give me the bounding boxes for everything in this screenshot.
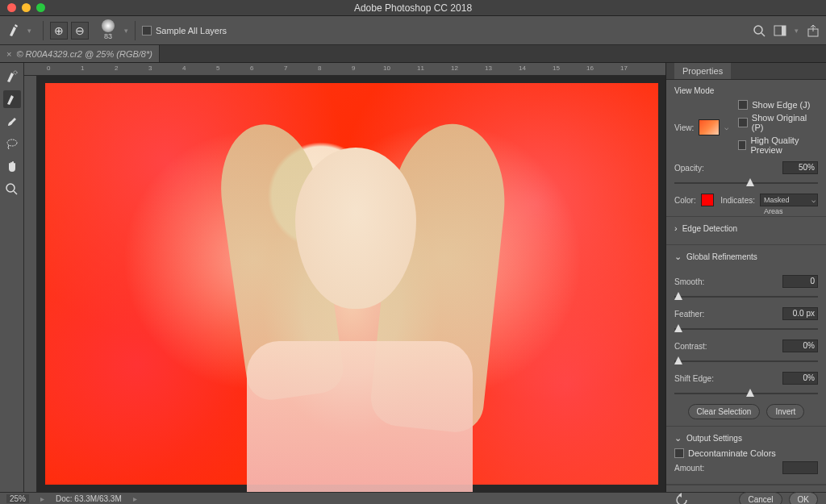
brush-dot-icon — [102, 19, 115, 32]
feather-label: Feather: — [674, 310, 704, 319]
minimize-window-icon[interactable] — [22, 3, 31, 12]
window-titlebar: Adobe Photoshop CC 2018 — [0, 0, 826, 16]
panel-tab-bar: Properties — [666, 63, 826, 80]
document-tab-label: © R00A4329.cr2 @ 25% (RGB/8*) — [16, 49, 152, 59]
add-to-selection-button[interactable]: ⊕ — [50, 22, 68, 40]
horizontal-ruler: 01234567891011121314151617 — [24, 63, 665, 76]
shift-edge-slider[interactable] — [674, 388, 818, 399]
current-tool-icon[interactable] — [6, 23, 23, 39]
sample-all-layers-checkbox[interactable]: Sample All Layers — [142, 26, 227, 35]
brush-chevron-icon[interactable]: ▾ — [124, 27, 128, 35]
search-icon[interactable] — [753, 24, 766, 37]
indicates-dropdown[interactable]: Masked Areas — [760, 194, 818, 206]
shift-edge-label: Shift Edge: — [674, 374, 714, 383]
clear-selection-button[interactable]: Clear Selection — [688, 404, 761, 419]
quick-select-tool[interactable] — [3, 68, 21, 85]
color-label: Color: — [674, 196, 696, 205]
view-dropdown-chevron-icon[interactable]: ⌵ — [724, 123, 728, 131]
view-mode-heading: View Mode — [674, 86, 818, 95]
svg-point-7 — [6, 184, 15, 192]
document-tab-bar: × © R00A4329.cr2 @ 25% (RGB/8*) — [0, 45, 826, 63]
svg-point-0 — [754, 26, 762, 34]
app-title: Adobe Photoshop CC 2018 — [354, 2, 472, 14]
svg-point-6 — [7, 140, 17, 146]
edge-detection-heading: Edge Detection — [674, 223, 818, 233]
svg-point-5 — [14, 71, 17, 74]
invert-button[interactable]: Invert — [766, 404, 804, 419]
tool-chevron-icon[interactable]: ▾ — [27, 27, 31, 35]
vertical-ruler — [24, 76, 37, 492]
svg-line-8 — [14, 191, 17, 194]
output-settings-section: Output Settings Decontaminate Colors Amo… — [666, 427, 826, 485]
contrast-slider[interactable] — [674, 356, 818, 367]
options-bar: ▾ ⊕ ⊖ 83 ▾ Sample All Layers ▾ — [0, 16, 826, 45]
properties-panel: Properties View Mode View: ⌵ Show Edge (… — [665, 63, 826, 492]
document-image — [45, 83, 658, 485]
close-window-icon[interactable] — [7, 3, 16, 12]
share-icon[interactable] — [807, 24, 820, 37]
smooth-slider[interactable] — [674, 291, 818, 302]
document-tab[interactable]: × © R00A4329.cr2 @ 25% (RGB/8*) — [0, 45, 160, 62]
amount-value — [782, 461, 818, 474]
contrast-label: Contrast: — [674, 342, 707, 351]
canvas-area: 01234567891011121314151617 — [24, 63, 665, 492]
maximize-window-icon[interactable] — [36, 3, 45, 12]
global-refinements-section: Global Refinements Smooth:0 Feather:0.0 … — [666, 245, 826, 427]
view-thumbnail[interactable] — [699, 119, 720, 135]
zoom-tool[interactable] — [3, 181, 21, 198]
opacity-value[interactable]: 50% — [782, 161, 818, 174]
left-toolbar — [0, 63, 24, 492]
overlay-color-swatch[interactable] — [701, 194, 714, 206]
panel-footer: Cancel OK — [666, 485, 826, 504]
output-settings-heading[interactable]: Output Settings — [674, 433, 818, 444]
edge-detection-section[interactable]: Edge Detection — [666, 217, 826, 245]
refine-edge-brush-tool[interactable] — [3, 90, 21, 108]
svg-line-1 — [761, 33, 765, 36]
global-refinements-heading[interactable]: Global Refinements — [674, 252, 818, 262]
properties-tab[interactable]: Properties — [674, 63, 731, 79]
show-original-checkbox[interactable]: Show Original (P) — [738, 113, 818, 132]
hand-tool[interactable] — [3, 158, 21, 176]
workspace-icon[interactable] — [774, 24, 786, 37]
decontaminate-colors-checkbox[interactable]: Decontaminate Colors — [674, 448, 818, 458]
reset-icon[interactable] — [674, 493, 689, 505]
feather-value[interactable]: 0.0 px — [782, 307, 818, 320]
ok-button[interactable]: OK — [789, 492, 818, 504]
workspace-chevron-icon[interactable]: ▾ — [795, 27, 799, 35]
close-tab-icon[interactable]: × — [6, 49, 11, 59]
zoom-level[interactable]: 25% — [6, 494, 29, 503]
brush-size-value: 83 — [104, 32, 112, 40]
indicates-label: Indicates: — [720, 196, 755, 205]
canvas[interactable] — [37, 76, 665, 492]
opacity-slider[interactable] — [674, 177, 818, 189]
view-mode-section: View Mode View: ⌵ Show Edge (J) Show Ori… — [666, 80, 826, 217]
smooth-label: Smooth: — [674, 277, 704, 286]
feather-slider[interactable] — [674, 323, 818, 335]
sample-all-layers-label: Sample All Layers — [156, 26, 227, 35]
brush-preview[interactable]: 83 — [97, 19, 119, 42]
high-quality-preview-checkbox[interactable]: High Quality Preview — [738, 135, 818, 155]
show-edge-checkbox[interactable]: Show Edge (J) — [738, 100, 818, 110]
smooth-value[interactable]: 0 — [782, 275, 818, 288]
svg-rect-3 — [782, 26, 786, 35]
shift-edge-value[interactable]: 0% — [782, 372, 818, 385]
amount-label: Amount: — [674, 464, 704, 473]
opacity-label: Opacity: — [674, 164, 704, 173]
subtract-from-selection-button[interactable]: ⊖ — [71, 22, 89, 40]
view-label: View: — [674, 123, 694, 132]
cancel-button[interactable]: Cancel — [739, 492, 782, 504]
window-controls — [7, 3, 45, 12]
doc-size: Doc: 63.3M/63.3M — [56, 494, 122, 503]
lasso-tool[interactable] — [3, 135, 21, 153]
brush-tool[interactable] — [3, 113, 21, 131]
checkbox-icon — [142, 26, 152, 35]
contrast-value[interactable]: 0% — [782, 339, 818, 352]
